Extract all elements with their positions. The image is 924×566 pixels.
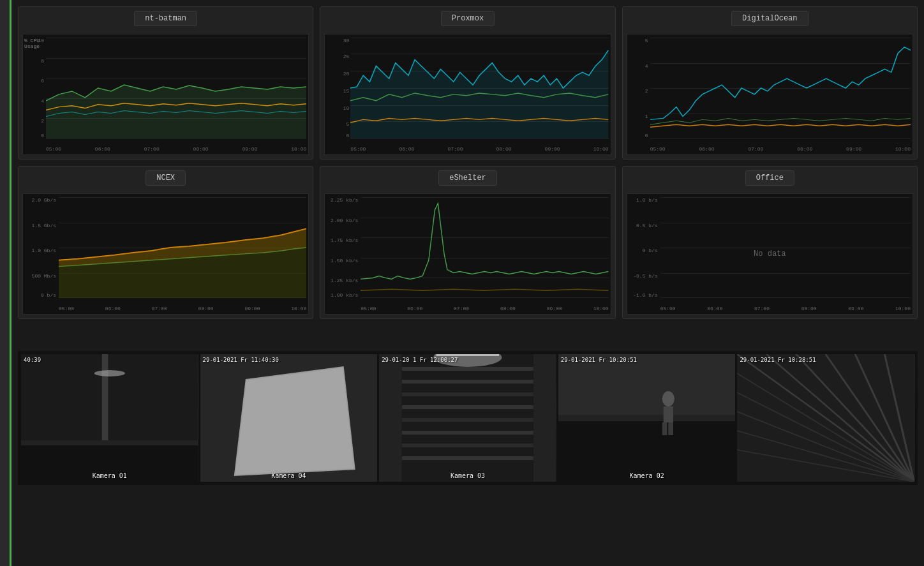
camera-section: 40:39 Kamera 01 29-01-2021 Fr 11:40:30 K…	[18, 351, 918, 485]
svg-point-31	[662, 391, 674, 406]
camera-4-timestamp: 29-01-2021 Fr 10:20:51	[561, 357, 637, 363]
camera-image-4	[558, 354, 736, 482]
svg-rect-14	[379, 354, 402, 482]
camera-1-timestamp: 40:39	[24, 357, 41, 363]
chart-svg-proxmox	[350, 38, 608, 138]
camera-feed-4[interactable]: 29-01-2021 Fr 10:20:51 Kamera 02	[558, 354, 736, 482]
svg-rect-20	[402, 405, 533, 409]
svg-rect-12	[200, 354, 378, 482]
panel-title-eshelter: eShelter	[438, 170, 497, 186]
camera-image-1	[21, 354, 198, 482]
main-content: nt-batman % CPU Usage 10 8 6 4 2 0	[11, 0, 924, 491]
x-ticks-office: 05:00 06:00 07:00 08:00 09:00 10:00	[660, 306, 911, 311]
x-ticks-ncex: 05:00 06:00 07:00 08:00 09:00 10:00	[59, 306, 306, 311]
svg-rect-19	[402, 392, 533, 396]
panel-title-digitalocean: DigitalOcean	[731, 11, 808, 26]
panel-title-office: Office	[745, 170, 794, 186]
svg-rect-24	[402, 456, 533, 460]
camera-image-5	[737, 354, 914, 482]
svg-rect-47	[737, 354, 914, 482]
chart-digitalocean: 5 4 2 1 0	[627, 34, 913, 155]
panel-digitalocean: DigitalOcean 5 4 2 1 0	[622, 6, 918, 160]
chart-eshelter: 2.25 kb/s 2.00 kb/s 1.75 kb/s 1.50 kb/s …	[324, 193, 611, 315]
camera-3-label: Kamera 03	[451, 472, 485, 479]
svg-rect-8	[21, 440, 198, 445]
camera-1-label: Kamera 01	[93, 472, 127, 479]
x-ticks-nt-batman: 05:00 06:00 07:00 08:00 09:00 10:00	[46, 146, 306, 152]
svg-rect-17	[402, 367, 533, 371]
camera-2-label: Kamera 04	[271, 472, 306, 479]
panel-eshelter: eShelter 2.25 kb/s 2.00 kb/s 1.75 kb/s 1…	[320, 166, 615, 319]
chart-proxmox: 30 25 20 15 10 5 0	[324, 34, 611, 155]
camera-feed-2[interactable]: 29-01-2021 Fr 11:40:30 Kamera 04	[200, 354, 378, 482]
chart-svg-ncex	[59, 197, 306, 298]
panel-office: Office 1.0 b/s 0.5 b/s 0 b/s -0.5 b/s -1…	[622, 166, 918, 319]
svg-rect-30	[558, 354, 736, 415]
camera-feed-1[interactable]: 40:39 Kamera 01	[21, 354, 198, 482]
panel-nt-batman: nt-batman % CPU Usage 10 8 6 4 2 0	[18, 6, 313, 160]
chart-office: 1.0 b/s 0.5 b/s 0 b/s -0.5 b/s -1.0 b/s	[627, 193, 913, 315]
chart-svg-nt-batman	[46, 38, 306, 138]
bottom-chart-row: NCEX 2.0 Gb/s 1.5 Gb/s 1.0 Gb/s 500 Mb/s…	[18, 166, 918, 319]
svg-rect-15	[533, 354, 556, 482]
chart-svg-eshelter	[361, 197, 608, 298]
top-chart-row: nt-batman % CPU Usage 10 8 6 4 2 0	[18, 6, 918, 160]
camera-2-timestamp: 29-01-2021 Fr 11:40:30	[203, 357, 279, 363]
panel-ncex: NCEX 2.0 Gb/s 1.5 Gb/s 1.0 Gb/s 500 Mb/s…	[18, 166, 313, 319]
svg-rect-18	[402, 380, 533, 384]
svg-rect-26	[436, 354, 500, 356]
panel-title-ncex: NCEX	[145, 170, 186, 186]
svg-rect-34	[668, 422, 673, 435]
panel-title-nt-batman: nt-batman	[134, 11, 197, 26]
camera-5-timestamp: 29-01-2021 Fr 10:28:51	[740, 357, 816, 363]
camera-4-label: Kamera 02	[629, 472, 664, 479]
svg-marker-0	[46, 85, 306, 138]
x-ticks-digitalocean: 05:00 06:00 07:00 08:00 09:00 10:00	[650, 146, 911, 152]
camera-image-3	[379, 354, 556, 482]
chart-nt-batman: % CPU Usage 10 8 6 4 2 0	[22, 34, 309, 155]
x-ticks-proxmox: 05:00 06:00 07:00 08:00 09:00 10:00	[350, 146, 608, 152]
x-ticks-eshelter: 05:00 06:00 07:00 08:00 09:00 10:00	[361, 306, 608, 311]
svg-rect-32	[663, 406, 673, 422]
camera-image-2	[200, 354, 378, 482]
svg-rect-23	[402, 443, 533, 447]
panel-title-proxmox: Proxmox	[441, 11, 495, 26]
camera-feed-3[interactable]: 29-01-20 1 Fr 12:00:27 Kamera 03	[379, 354, 556, 482]
camera-3-timestamp: 29-01-20 1 Fr 12:00:27	[382, 357, 458, 363]
svg-rect-22	[402, 431, 533, 435]
no-data-label: No data	[754, 249, 786, 258]
svg-rect-33	[662, 422, 667, 435]
svg-point-6	[94, 370, 125, 376]
svg-rect-21	[402, 418, 533, 422]
camera-feed-5[interactable]: 29-01-2021 Fr 10:28:51	[737, 354, 914, 482]
panel-proxmox: Proxmox 30 25 20 15 10 5 0	[320, 6, 615, 160]
chart-svg-digitalocean	[650, 38, 911, 138]
left-sidebar	[0, 0, 11, 566]
chart-ncex: 2.0 Gb/s 1.5 Gb/s 1.0 Gb/s 500 Mb/s 0 b/…	[22, 193, 309, 315]
camera-grid: 40:39 Kamera 01 29-01-2021 Fr 11:40:30 K…	[21, 354, 914, 482]
